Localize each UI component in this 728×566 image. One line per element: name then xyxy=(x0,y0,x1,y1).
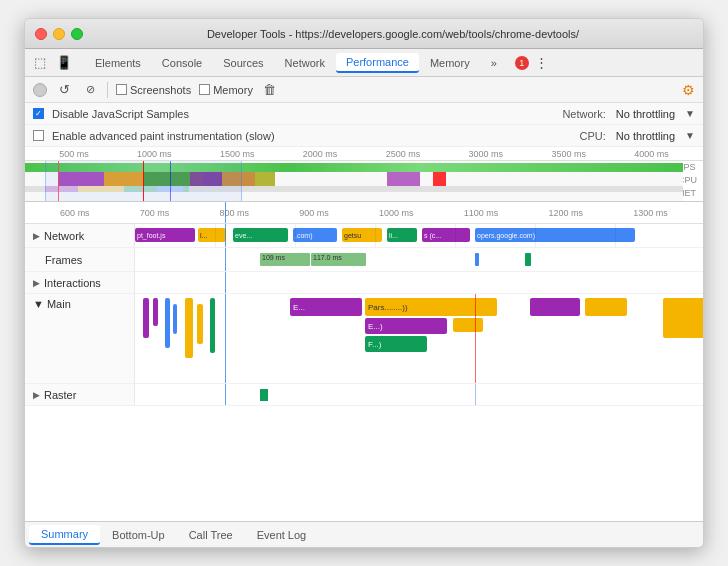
frame-3 xyxy=(525,253,531,266)
cursor-frames xyxy=(225,248,226,271)
cpu-dropdown-arrow[interactable]: ▼ xyxy=(685,130,695,141)
track-raster-label[interactable]: ▶ Raster xyxy=(25,384,135,405)
net-item-5: li... xyxy=(387,228,417,242)
ms-1300: 1300 ms xyxy=(633,208,668,218)
toolbar-icons: ⬚ 📱 xyxy=(31,54,73,72)
memory-label[interactable]: Memory xyxy=(199,84,253,96)
disable-js-checkbox[interactable]: ✓ xyxy=(33,108,44,119)
vgrid-2 xyxy=(295,224,296,247)
task-f: F...) xyxy=(365,336,427,352)
window-title: Developer Tools - https://developers.goo… xyxy=(93,28,693,40)
cursor-main xyxy=(225,294,226,383)
raster-expand-arrow[interactable]: ▶ xyxy=(33,390,40,400)
maximize-button[interactable] xyxy=(71,28,83,40)
task-pars: Pars........)) xyxy=(365,298,497,316)
inspect-icon[interactable]: ⬚ xyxy=(31,54,49,72)
ms-1100: 1100 ms xyxy=(464,208,499,218)
ruler-labels: 500 ms 1000 ms 1500 ms 2000 ms 2500 ms 3… xyxy=(25,149,703,159)
marker-line-2 xyxy=(143,161,144,201)
screenshots-label[interactable]: Screenshots xyxy=(116,84,191,96)
tab-performance[interactable]: Performance xyxy=(336,53,419,73)
refresh-icon[interactable]: ↺ xyxy=(55,81,73,99)
frame-2 xyxy=(475,253,479,266)
track-interactions-label[interactable]: ▶ Interactions xyxy=(25,272,135,293)
trash-icon[interactable]: 🗑 xyxy=(261,81,279,99)
net-item-4: getsu xyxy=(342,228,382,242)
ms-1000: 1000 ms xyxy=(379,208,414,218)
stop-icon[interactable]: ⊘ xyxy=(81,81,99,99)
ms-markers: 600 ms 700 ms 800 ms 900 ms 1000 ms 1100… xyxy=(35,208,693,218)
network-dropdown-arrow[interactable]: ▼ xyxy=(685,108,695,119)
ruler-label-1: 1000 ms xyxy=(137,149,172,159)
track-raster-content xyxy=(135,384,703,405)
tab-call-tree[interactable]: Call Tree xyxy=(177,526,245,544)
task-3 xyxy=(173,304,177,334)
tab-console[interactable]: Console xyxy=(152,54,212,72)
screenshots-checkbox[interactable] xyxy=(116,84,127,95)
track-main-label[interactable]: ▼ Main xyxy=(25,294,135,383)
timeline-header: 600 ms 700 ms 800 ms 900 ms 1000 ms 1100… xyxy=(25,202,703,224)
task-right1 xyxy=(530,298,580,316)
ms-900: 900 ms xyxy=(299,208,329,218)
marker-main xyxy=(475,294,476,383)
vgrid-3 xyxy=(375,224,376,247)
ruler-label-6: 3500 ms xyxy=(551,149,586,159)
network-expand-arrow[interactable]: ▶ xyxy=(33,231,40,241)
ms-1200: 1200 ms xyxy=(549,208,584,218)
record-button[interactable] xyxy=(33,83,47,97)
task-e2: E...) xyxy=(365,318,447,334)
vgrid-6 xyxy=(615,224,616,247)
net-item-2: eve... xyxy=(233,228,288,242)
overview-bars xyxy=(25,161,683,201)
bottom-tab-bar: Summary Bottom-Up Call Tree Event Log xyxy=(25,521,703,547)
task-5 xyxy=(197,304,203,344)
tab-memory[interactable]: Memory xyxy=(420,54,480,72)
overview-ruler: 500 ms 1000 ms 1500 ms 2000 ms 2500 ms 3… xyxy=(25,147,703,161)
task-sub1 xyxy=(453,318,483,332)
ms-600: 600 ms xyxy=(60,208,90,218)
record-toolbar: ↺ ⊘ Screenshots Memory 🗑 ⚙ xyxy=(25,77,703,103)
settings-icon[interactable]: ⚙ xyxy=(682,82,695,98)
tab-bottom-up[interactable]: Bottom-Up xyxy=(100,526,177,544)
enable-paint-option[interactable]: Enable advanced paint instrumentation (s… xyxy=(33,130,275,142)
task-far-right2 xyxy=(668,320,703,338)
cpu-throttle: CPU: No throttling ▼ xyxy=(580,130,696,142)
net-item-3: .com) xyxy=(293,228,337,242)
ruler-label-0: 500 ms xyxy=(59,149,89,159)
tab-overflow[interactable]: » xyxy=(481,54,507,72)
tab-network[interactable]: Network xyxy=(275,54,335,72)
frame-0: 109 ms xyxy=(260,253,310,266)
ruler-label-2: 1500 ms xyxy=(220,149,255,159)
task-1 xyxy=(153,298,158,326)
track-main-content: E... Pars........)) E...) F...) xyxy=(135,294,703,383)
ruler-label-5: 3000 ms xyxy=(469,149,504,159)
marker-line-1 xyxy=(58,161,59,201)
memory-checkbox[interactable] xyxy=(199,84,210,95)
raster-item-0 xyxy=(260,389,268,401)
options-row-1: ✓ Disable JavaScript Samples Network: No… xyxy=(25,103,703,125)
timeline-overview[interactable]: 500 ms 1000 ms 1500 ms 2000 ms 2500 ms 3… xyxy=(25,147,703,202)
task-0 xyxy=(143,298,149,338)
minimize-button[interactable] xyxy=(53,28,65,40)
cursor-line xyxy=(225,202,226,223)
ms-800: 800 ms xyxy=(220,208,250,218)
device-icon[interactable]: 📱 xyxy=(55,54,73,72)
track-network-label[interactable]: ▶ Network xyxy=(25,224,135,247)
disable-js-samples-option[interactable]: ✓ Disable JavaScript Samples xyxy=(33,108,189,120)
interactions-expand-arrow[interactable]: ▶ xyxy=(33,278,40,288)
error-badge: 1 xyxy=(515,56,529,70)
network-throttle: Network: No throttling ▼ xyxy=(562,108,695,120)
tab-sources[interactable]: Sources xyxy=(213,54,273,72)
tab-elements[interactable]: Elements xyxy=(85,54,151,72)
tab-summary[interactable]: Summary xyxy=(29,525,100,545)
vgrid-5 xyxy=(535,224,536,247)
more-options-icon[interactable]: ⋮ xyxy=(533,54,551,72)
options-row-2: Enable advanced paint instrumentation (s… xyxy=(25,125,703,147)
track-frames-label[interactable]: Frames xyxy=(25,248,135,271)
track-interactions: ▶ Interactions xyxy=(25,272,703,294)
tab-event-log[interactable]: Event Log xyxy=(245,526,319,544)
raster-line xyxy=(475,384,476,405)
enable-paint-checkbox[interactable] xyxy=(33,130,44,141)
close-button[interactable] xyxy=(35,28,47,40)
task-e: E... xyxy=(290,298,362,316)
